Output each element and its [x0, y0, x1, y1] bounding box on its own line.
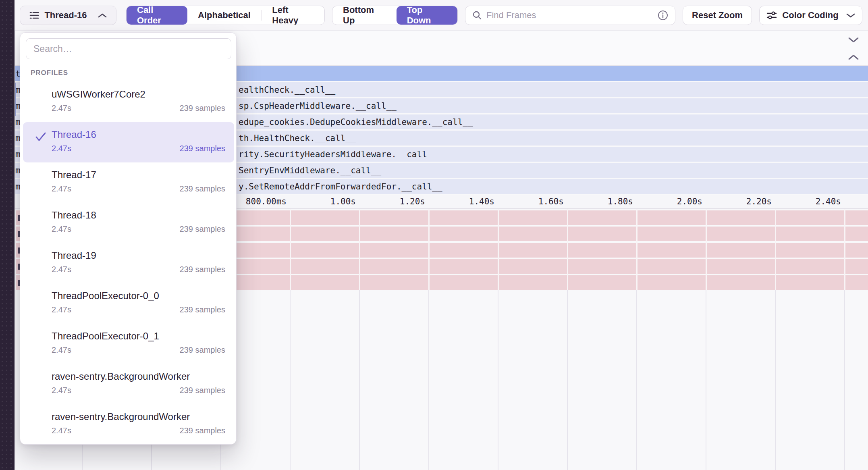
profile-option[interactable]: ThreadPoolExecutor-0_02.47s239 samples [23, 283, 234, 324]
flame-row-label: SentryEnvMiddleware.__call__ [239, 166, 381, 175]
profile-name: raven-sentry.BackgroundWorker [52, 371, 225, 382]
gridline [567, 209, 568, 290]
checkmark-icon [35, 132, 47, 142]
gridline [567, 290, 568, 470]
profile-list-icon [29, 10, 39, 21]
gridline [359, 290, 360, 470]
gridline [636, 290, 637, 470]
axis-tick-label: 1.80s [608, 197, 633, 206]
sort-option-call-order[interactable]: Call Order [127, 6, 187, 25]
profile-stats: 2.47s239 samples [52, 345, 225, 355]
profile-samples: 239 samples [180, 345, 225, 355]
gridline [290, 290, 291, 470]
profile-name: raven-sentry.BackgroundWorker [52, 411, 225, 422]
axis-tick-label: 2.00s [677, 197, 702, 206]
direction-option-top-down[interactable]: Top Down [397, 6, 457, 25]
gridline [706, 290, 706, 470]
profile-option[interactable]: ThreadPoolExecutor-0_12.47s239 samples [23, 324, 234, 364]
profile-name: Thread-19 [52, 250, 225, 261]
axis-tick-label: 1.60s [538, 197, 564, 206]
gridline [775, 209, 776, 290]
gridline [636, 209, 638, 290]
profile-samples: 239 samples [180, 104, 225, 113]
app-sidebar-edge [0, 0, 15, 470]
profile-stats: 2.47s239 samples [52, 305, 225, 314]
profile-name: uWSGIWorker7Core2 [52, 89, 225, 100]
search-icon [472, 10, 482, 21]
gridline [428, 290, 429, 470]
profiler-flamegraph-page: t mealthCheck.__call__msp.CspHeaderMiddl… [0, 0, 868, 470]
profile-option[interactable]: Thread-172.47s239 samples [23, 162, 234, 203]
dropdown-search-input[interactable] [26, 38, 231, 59]
direction-option-bottom-up[interactable]: Bottom Up [332, 6, 397, 25]
profiles-list: uWSGIWorker7Core22.47s239 samplesThread-… [20, 82, 237, 445]
reset-zoom-label: Reset Zoom [692, 10, 743, 21]
axis-tick-label: 1.20s [400, 197, 425, 206]
reset-zoom-button[interactable]: Reset Zoom [683, 6, 752, 25]
profile-name: ThreadPoolExecutor-0_1 [52, 331, 225, 342]
profile-stats: 2.47s239 samples [52, 144, 225, 153]
chevron-down-icon[interactable] [848, 37, 859, 44]
thread-selector-label: Thread-16 [44, 10, 87, 21]
profile-stats: 2.47s239 samples [52, 386, 225, 395]
content-left-border [15, 31, 15, 470]
profile-duration: 2.47s [52, 345, 71, 355]
chevron-down-icon [846, 12, 856, 19]
profile-option[interactable]: Thread-182.47s239 samples [23, 203, 234, 243]
profile-stats: 2.47s239 samples [52, 265, 225, 274]
info-icon[interactable] [657, 10, 669, 21]
flame-row-label: sp.CspHeaderMiddleware.__call__ [239, 101, 397, 111]
profile-name: Thread-16 [52, 129, 225, 140]
profile-option[interactable]: Thread-162.47s239 samples [23, 122, 234, 162]
thread-selector-dropdown: PROFILES uWSGIWorker7Core22.47s239 sampl… [20, 32, 237, 445]
profile-stats: 2.47s239 samples [52, 104, 225, 113]
toolbar: Thread-16 Call OrderAlphabeticalLeft Hea… [15, 0, 868, 31]
profile-samples: 239 samples [180, 305, 225, 314]
profile-duration: 2.47s [52, 104, 71, 113]
profile-samples: 239 samples [180, 144, 225, 153]
profile-option[interactable]: uWSGIWorker7Core22.47s239 samples [23, 82, 234, 122]
color-coding-label: Color Coding [782, 10, 838, 21]
direction-control: Bottom UpTop Down [332, 6, 458, 25]
axis-tick-label: 1.40s [469, 197, 494, 206]
sort-option-left-heavy[interactable]: Left Heavy [262, 6, 324, 25]
profile-duration: 2.47s [52, 426, 71, 435]
profile-option[interactable]: raven-sentry.BackgroundWorker2.47s239 sa… [23, 364, 234, 404]
flame-row-label: th.HealthCheck.__call__ [239, 133, 356, 143]
gridline [706, 209, 707, 290]
profile-duration: 2.47s [52, 305, 71, 314]
axis-tick-label: 2.20s [746, 197, 772, 206]
find-frames-field [465, 6, 675, 25]
gridline [844, 209, 845, 290]
profile-name: Thread-17 [52, 169, 225, 181]
profiles-section-label: PROFILES [31, 69, 68, 77]
gridline [775, 290, 776, 470]
flame-row-label: rity.SecurityHeadersMiddleware.__call__ [239, 150, 437, 159]
flame-row-label: y.SetRemoteAddrFromForwardedFor.__call__ [239, 182, 442, 191]
gridline [290, 209, 291, 290]
flame-row-label: ealthCheck.__call__ [239, 85, 335, 95]
gridline [498, 209, 499, 290]
gridline [428, 209, 430, 290]
profile-duration: 2.47s [52, 265, 71, 274]
find-frames-input[interactable] [486, 10, 653, 21]
sort-order-control: Call OrderAlphabeticalLeft Heavy [126, 6, 325, 25]
profile-stats: 2.47s239 samples [52, 184, 225, 193]
profile-samples: 239 samples [180, 225, 225, 234]
chevron-up-icon[interactable] [848, 54, 859, 61]
profile-duration: 2.47s [52, 184, 71, 193]
profile-stats: 2.47s239 samples [52, 426, 225, 435]
sliders-icon [766, 10, 777, 21]
profile-option[interactable]: Thread-192.47s239 samples [23, 243, 234, 283]
flame-row-label: edupe_cookies.DedupeCookiesMiddleware.__… [239, 117, 473, 127]
axis-tick-label: 800.00ms [246, 197, 287, 206]
axis-tick-label: 2.40s [816, 197, 841, 206]
profile-duration: 2.47s [52, 144, 71, 153]
profile-option[interactable]: raven-sentry.BackgroundWorker2.47s239 sa… [23, 404, 234, 445]
color-coding-button[interactable]: Color Coding [759, 6, 862, 25]
profile-name: Thread-18 [52, 210, 225, 221]
sort-option-alphabetical[interactable]: Alphabetical [187, 6, 261, 25]
chevron-up-icon [98, 12, 107, 19]
thread-selector-button[interactable]: Thread-16 [20, 6, 116, 25]
gridline [359, 209, 360, 290]
